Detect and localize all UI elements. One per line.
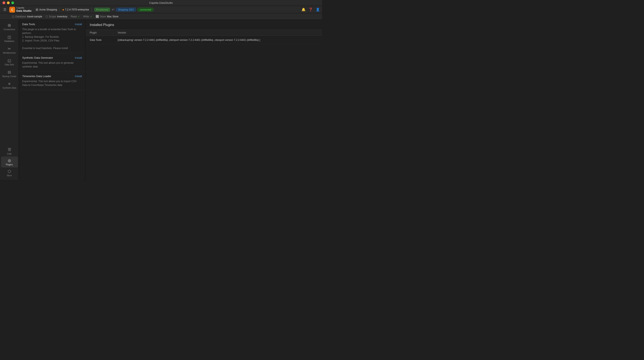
toolbar: ☰ C Capella Data Studio ⊞ Acme Shopping … <box>0 6 322 13</box>
provisioned-tag: Provisioned <box>94 8 110 11</box>
acme-label: Acme Shopping <box>39 8 57 11</box>
datasets-label: Data Sets <box>5 63 14 66</box>
col-version: Version <box>114 29 322 36</box>
write-section: Write ✓ <box>83 15 92 18</box>
sidebar-item-databases[interactable]: ◫ Databases <box>1 33 18 44</box>
sidebar-item-workbenches[interactable]: ✂ Workbenches <box>1 45 18 56</box>
store-value: Mac Store <box>107 15 118 18</box>
scope-label: Scope <box>49 15 56 18</box>
sidebar-item-logs[interactable]: ☰ Logs <box>1 146 18 157</box>
title-bar: Capella DataStudio <box>0 0 322 6</box>
installed-plugins-table: Plugin Version Data Tools [cbbackupmgr v… <box>86 29 322 44</box>
bell-icon[interactable]: 🔔 <box>302 7 306 11</box>
scope-icon: ⬡ <box>46 15 48 18</box>
version-label: 7.2.4-7070-enterprise <box>65 8 89 11</box>
databases-label: Databases <box>4 40 14 42</box>
main-layout: ⊞ Connections ◫ Databases ✂ Workbenches … <box>0 20 322 180</box>
traffic-lights <box>2 1 14 4</box>
db-label: Database <box>15 15 26 18</box>
plugin-entry-data-tools: Data Tools Install This plugin is a bund… <box>19 20 85 53</box>
label-icon: 🏷 <box>112 8 114 11</box>
connections-label: Connections <box>4 28 15 30</box>
read-label: Read <box>71 15 77 18</box>
store-nav-icon: ⬡ <box>8 169 11 174</box>
synthetic-icon: ≡ <box>8 82 10 86</box>
plugin-name-timeseries: Timeseries Data Loader <box>22 75 51 78</box>
brand-top: Capella <box>16 6 32 9</box>
version-icon: ● <box>62 8 64 11</box>
sidebar-item-store[interactable]: ⬡ Store <box>1 167 18 178</box>
window-title: Capella DataStudio <box>149 1 173 4</box>
datasets-icon: ◱ <box>8 58 11 63</box>
plugin-name-synthetic: Synthetic Data Generator <box>22 56 53 59</box>
close-button[interactable] <box>2 1 5 4</box>
plugin-name-data-tools: Data Tools <box>22 23 35 26</box>
store-icon: ⬜ <box>96 15 99 18</box>
databases-icon: ◫ <box>8 35 11 39</box>
database-icon: ◫ <box>12 15 14 18</box>
maximize-button[interactable] <box>11 1 14 4</box>
workbenches-label: Workbenches <box>3 52 16 54</box>
store-section: ⬜ Store Mac Store <box>96 15 118 18</box>
sidebar-item-connections[interactable]: ⊞ Connections <box>1 21 18 32</box>
brand-text: Capella Data Studio <box>16 6 32 12</box>
logs-icon: ☰ <box>8 147 11 152</box>
server-icon: ⊞ <box>36 8 38 11</box>
plugins-icon: ◎ <box>8 158 11 163</box>
account-icon[interactable]: 👤 <box>316 7 320 11</box>
plugin-entry-timeseries: Timeseries Data Loader Install Experimen… <box>19 72 85 90</box>
sidebar-item-backup[interactable]: ⊟ Backup Center <box>1 68 18 79</box>
connections-icon: ⊞ <box>8 23 11 28</box>
sidebar-item-plugins[interactable]: ◎ Plugins <box>1 157 18 167</box>
installed-plugins-title: Installed Plugins <box>90 23 114 27</box>
toolbar-sep-2 <box>92 8 92 11</box>
shopping-tag-text: Shopping: DEV <box>118 8 134 11</box>
row-plugin-version: [cbbackupmgr version 7.2.2-6401 (d4f8e88… <box>114 36 322 44</box>
installed-plugins-header: Installed Plugins <box>86 20 322 29</box>
database-section: ◫ Database travel-sample <box>12 15 42 18</box>
left-nav: ⊞ Connections ◫ Databases ✂ Workbenches … <box>0 20 19 180</box>
logs-label: Logs <box>7 153 12 155</box>
version-section: ● 7.2.4-7070-enterprise <box>62 8 89 11</box>
scope-value: inventory <box>57 15 67 18</box>
plugin-desc-timeseries: Experimental. This tool allows you to im… <box>22 79 82 87</box>
shopping-tag: Shopping: DEV <box>116 8 136 11</box>
install-data-tools-button[interactable]: Install <box>75 23 82 26</box>
brand-bottom: Data Studio <box>16 9 32 12</box>
db-value: travel-sample <box>27 15 42 18</box>
install-synthetic-button[interactable]: Install <box>75 56 82 59</box>
minimize-button[interactable] <box>7 1 10 4</box>
nav-bottom: ☰ Logs ◎ Plugins ⬡ Store <box>1 146 18 178</box>
read-check-icon: ✓ <box>78 15 80 18</box>
plugin-header-synthetic: Synthetic Data Generator Install <box>22 56 82 59</box>
connected-tag: connected <box>137 8 154 11</box>
sidebar-item-synthetic[interactable]: ≡ Synthetic Data <box>1 80 18 91</box>
toolbar2: ◫ Database travel-sample ⬡ Scope invento… <box>0 13 322 20</box>
col-plugin: Plugin <box>86 29 114 36</box>
plugin-header-data-tools: Data Tools Install <box>22 23 82 26</box>
plugin-desc-data-tools: This plugin is a bundle of essential Dat… <box>22 27 82 50</box>
plugins-label: Plugins <box>6 163 13 166</box>
store-label: Store <box>100 15 106 18</box>
toolbar-sep-1 <box>60 8 60 11</box>
write-label: Write <box>83 15 89 18</box>
plugin-header-timeseries: Timeseries Data Loader Install <box>22 75 82 78</box>
help-icon[interactable]: ❓ <box>308 7 313 11</box>
hamburger-menu[interactable]: ☰ <box>2 7 8 12</box>
sidebar-item-datasets[interactable]: ◱ Data Sets <box>1 56 18 67</box>
scope-section: ⬡ Scope inventory <box>46 15 67 18</box>
plugin-list-panel: Data Tools Install This plugin is a bund… <box>19 20 86 180</box>
workbenches-icon: ✂ <box>8 46 11 51</box>
plugin-entry-synthetic: Synthetic Data Generator Install Experim… <box>19 53 85 72</box>
brand-icon: C <box>9 7 15 12</box>
backup-label: Backup Center <box>2 75 16 77</box>
read-section: Read ✓ <box>71 15 80 18</box>
brand: C Capella Data Studio <box>9 6 32 12</box>
write-check-icon: ✓ <box>90 15 92 18</box>
backup-icon: ⊟ <box>8 70 11 75</box>
table-row: Data Tools [cbbackupmgr version 7.2.2-64… <box>86 36 322 44</box>
main-content: Installed Plugins Plugin Version Data To… <box>86 20 322 180</box>
install-timeseries-button[interactable]: Install <box>75 75 82 78</box>
row-plugin-name: Data Tools <box>86 36 114 44</box>
store-label-nav: Store <box>7 174 12 177</box>
